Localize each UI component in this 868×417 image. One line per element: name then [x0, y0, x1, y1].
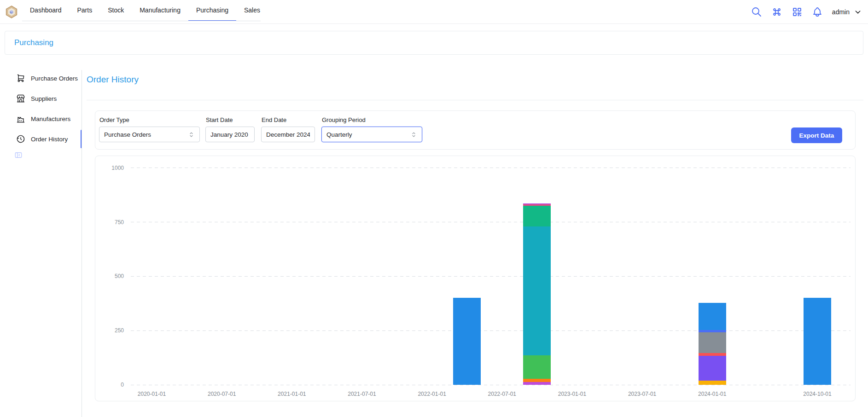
x-axis-tick-label: 2021-07-01: [348, 391, 376, 397]
order-type-select[interactable]: Purchase Orders: [99, 127, 200, 142]
breadcrumb-purchasing[interactable]: Purchasing: [14, 38, 53, 47]
bell-icon[interactable]: [812, 6, 823, 17]
y-axis-tick-label: 250: [101, 327, 124, 334]
chart-bar-segment: [453, 298, 481, 385]
tab-parts[interactable]: Parts: [70, 0, 100, 21]
start-date-group: Start Date January 2020: [205, 116, 255, 142]
x-axis-tick-label: 2023-07-01: [628, 391, 656, 397]
history-icon: [16, 134, 25, 144]
tab-dashboard[interactable]: Dashboard: [22, 0, 70, 21]
order-type-group: Order Type Purchase Orders: [99, 116, 200, 142]
page-title: Order History: [87, 75, 139, 85]
chart-bar-2024-01-01[interactable]: [699, 303, 726, 385]
chart-bar-segment: [699, 332, 726, 353]
grouping-period-select[interactable]: Quarterly: [321, 127, 422, 142]
qr-scan-icon[interactable]: [792, 6, 803, 17]
start-date-label: Start Date: [206, 116, 255, 123]
title-divider: [87, 100, 863, 100]
user-menu[interactable]: admin: [832, 8, 862, 16]
y-axis-tick-label: 0: [101, 382, 124, 388]
chart-bar-segment: [699, 303, 726, 330]
chart-bar-segment: [523, 226, 551, 355]
chart-gridline: [131, 168, 851, 168]
order-history-chart-card: 025050075010002020-01-012020-07-012021-0…: [95, 156, 856, 401]
filter-panel: Order Type Purchase Orders Start Date Ja…: [95, 110, 856, 150]
storefront-icon: [16, 94, 25, 103]
chart-bar-2022-10-01[interactable]: [523, 203, 551, 385]
grouping-period-label: Grouping Period: [322, 116, 422, 123]
collapse-sidebar-icon[interactable]: [14, 151, 23, 159]
chart-gridline: [131, 276, 851, 277]
chart-bar-segment: [699, 381, 726, 385]
shopping-cart-icon: [16, 74, 25, 83]
sidebar-item-label: Suppliers: [31, 95, 57, 102]
x-axis-tick-label: 2022-01-01: [418, 391, 446, 397]
tabs-underline: [22, 21, 261, 21]
chart-gridline: [131, 385, 851, 385]
chart-bar-segment: [523, 382, 551, 385]
y-axis-tick-label: 1000: [101, 165, 124, 171]
y-axis-tick-label: 500: [101, 273, 124, 279]
chart-gridline: [131, 222, 851, 222]
chart-bar-2022-04-01[interactable]: [453, 298, 481, 385]
order-type-label: Order Type: [99, 116, 200, 123]
chart-bar-segment: [523, 206, 551, 226]
sidebar-divider: [82, 70, 82, 417]
app-logo-icon[interactable]: [5, 5, 18, 19]
x-axis-tick-label: 2022-07-01: [488, 391, 516, 397]
tab-purchasing[interactable]: Purchasing: [188, 0, 236, 21]
chart-bar-2024-10-01[interactable]: [804, 298, 831, 385]
end-date-group: End Date December 2024: [261, 116, 315, 142]
tab-manufacturing[interactable]: Manufacturing: [132, 0, 188, 21]
tab-stock[interactable]: Stock: [100, 0, 132, 21]
x-axis-tick-label: 2023-01-01: [558, 391, 586, 397]
tab-sales[interactable]: Sales: [236, 0, 268, 21]
x-axis-tick-label: 2020-01-01: [138, 391, 166, 397]
chevron-down-icon: [854, 8, 862, 16]
export-data-button[interactable]: Export Data: [791, 127, 842, 143]
sidebar-item-manufacturers[interactable]: Manufacturers: [11, 109, 82, 129]
page: DashboardPartsStockManufacturingPurchasi…: [0, 0, 868, 417]
top-navbar: DashboardPartsStockManufacturingPurchasi…: [0, 0, 868, 24]
breadcrumb-bar: Purchasing: [5, 31, 863, 55]
x-axis-tick-label: 2021-01-01: [278, 391, 306, 397]
username: admin: [832, 8, 850, 16]
x-axis-tick-label: 2024-10-01: [803, 391, 831, 397]
main-nav-tabs: DashboardPartsStockManufacturingPurchasi…: [22, 0, 268, 21]
navbar-actions: admin: [751, 0, 862, 24]
sidebar-item-order-history[interactable]: Order History: [11, 129, 82, 149]
search-icon[interactable]: [751, 6, 762, 17]
sidebar-item-purchase-orders[interactable]: Purchase Orders: [11, 68, 82, 88]
chart-bar-segment: [699, 356, 726, 381]
start-date-input[interactable]: January 2020: [205, 127, 255, 142]
sidebar-item-label: Manufacturers: [31, 116, 70, 122]
chart-bar-segment: [523, 355, 551, 378]
x-axis-tick-label: 2024-01-01: [698, 391, 726, 397]
factory-icon: [16, 114, 25, 123]
y-axis-tick-label: 750: [101, 219, 124, 226]
sidebar-item-suppliers[interactable]: Suppliers: [11, 88, 82, 109]
selector-icon: [188, 131, 195, 138]
chart-bar-segment: [804, 298, 831, 385]
end-date-input[interactable]: December 2024: [261, 127, 315, 142]
sidebar-item-label: Order History: [31, 136, 68, 143]
chart-bar-segment: [523, 379, 551, 382]
chart-plot-area: 025050075010002020-01-012020-07-012021-0…: [95, 156, 855, 401]
selector-icon: [410, 131, 417, 138]
command-icon[interactable]: [771, 6, 782, 17]
grouping-period-group: Grouping Period Quarterly: [321, 116, 422, 142]
x-axis-tick-label: 2020-07-01: [208, 391, 236, 397]
end-date-label: End Date: [262, 116, 315, 123]
chart-gridline: [131, 330, 851, 331]
sidebar-item-label: Purchase Orders: [31, 75, 78, 82]
